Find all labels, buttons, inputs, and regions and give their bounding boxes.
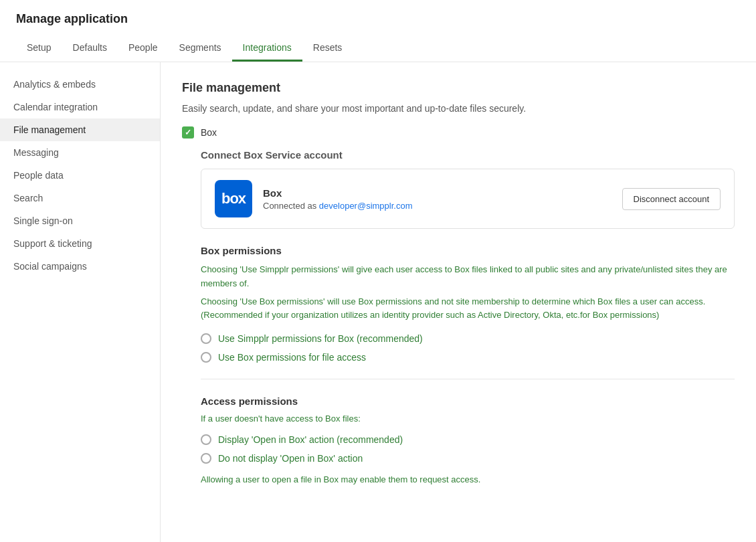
radio-item-no-display: Do not display 'Open in Box' action: [201, 453, 735, 464]
sidebar-item-social-campaigns[interactable]: Social campaigns: [0, 255, 160, 278]
box-info: Box Connected as developer@simpplr.com: [263, 187, 611, 211]
radio-simpplr-permissions[interactable]: [201, 333, 211, 344]
allowing-text: Allowing a user to open a file in Box ma…: [201, 474, 735, 484]
box-permissions-title: Box permissions: [201, 245, 735, 256]
tabs-bar: SetupDefaultsPeopleSegmentsIntegrationsR…: [16, 35, 740, 62]
connected-prefix: Connected as: [263, 201, 319, 211]
sidebar-item-analytics-embeds[interactable]: Analytics & embeds: [0, 73, 160, 96]
radio-box-label[interactable]: Use Box permissions for file access: [218, 352, 366, 363]
sidebar-item-search[interactable]: Search: [0, 187, 160, 209]
connect-box-title: Connect Box Service account: [201, 149, 735, 161]
connected-email[interactable]: developer@simpplr.com: [319, 201, 413, 211]
sidebar-item-single-sign-on[interactable]: Single sign-on: [0, 209, 160, 232]
content-area: File management Easily search, update, a…: [161, 62, 756, 542]
sidebar-item-people-data[interactable]: People data: [0, 164, 160, 187]
radio-item-simpplr: Use Simpplr permissions for Box (recomme…: [201, 333, 735, 344]
box-connected-status: Connected as developer@simpplr.com: [263, 201, 611, 211]
box-permissions-text1: Choosing 'Use Simpplr permissions' will …: [201, 263, 735, 291]
box-checkbox[interactable]: [182, 126, 194, 139]
page-title: Manage application: [16, 12, 740, 26]
tab-people[interactable]: People: [118, 35, 169, 62]
tab-setup[interactable]: Setup: [16, 35, 62, 62]
access-permissions-title: Access permissions: [201, 395, 735, 407]
sidebar-item-support-ticketing[interactable]: Support & ticketing: [0, 232, 160, 255]
radio-no-display-label[interactable]: Do not display 'Open in Box' action: [218, 453, 363, 464]
radio-box-permissions[interactable]: [201, 352, 211, 363]
box-card: box Box Connected as developer@simpplr.c…: [201, 169, 735, 229]
radio-simpplr-label[interactable]: Use Simpplr permissions for Box (recomme…: [218, 333, 423, 344]
box-permissions-radio-group: Use Simpplr permissions for Box (recomme…: [201, 333, 735, 363]
tab-segments[interactable]: Segments: [169, 35, 232, 62]
access-if-text: If a user doesn't have access to Box fil…: [201, 414, 735, 424]
main-layout: Analytics & embedsCalendar integrationFi…: [0, 62, 756, 542]
connect-box-section: Connect Box Service account box Box Conn…: [201, 149, 735, 484]
sidebar: Analytics & embedsCalendar integrationFi…: [0, 62, 161, 542]
tab-resets[interactable]: Resets: [302, 35, 353, 62]
section-title: File management: [182, 81, 735, 95]
access-permissions-section: Access permissions If a user doesn't hav…: [201, 395, 735, 484]
sidebar-item-calendar-integration[interactable]: Calendar integration: [0, 96, 160, 118]
section-divider: [201, 379, 735, 379]
access-permissions-radio-group: Display 'Open in Box' action (recommende…: [201, 434, 735, 464]
tab-defaults[interactable]: Defaults: [62, 35, 118, 62]
top-header: Manage application SetupDefaultsPeopleSe…: [0, 0, 756, 62]
disconnect-account-button[interactable]: Disconnect account: [622, 188, 721, 210]
radio-item-box-permissions: Use Box permissions for file access: [201, 352, 735, 363]
radio-display-open-label[interactable]: Display 'Open in Box' action (recommende…: [218, 434, 403, 445]
box-name: Box: [263, 187, 611, 199]
radio-item-display-open: Display 'Open in Box' action (recommende…: [201, 434, 735, 445]
box-checkbox-label: Box: [201, 127, 217, 138]
section-desc: Easily search, update, and share your mo…: [182, 102, 735, 116]
sidebar-item-messaging[interactable]: Messaging: [0, 141, 160, 164]
tab-integrations[interactable]: Integrations: [232, 35, 302, 62]
box-logo-text: box: [221, 190, 246, 207]
radio-no-display[interactable]: [201, 453, 211, 464]
box-logo: box: [215, 180, 252, 217]
radio-display-open[interactable]: [201, 434, 211, 445]
box-checkbox-row: Box: [182, 126, 735, 139]
box-permissions-text2: Choosing 'Use Box permissions' will use …: [201, 295, 735, 323]
sidebar-item-file-management[interactable]: File management: [0, 118, 160, 141]
